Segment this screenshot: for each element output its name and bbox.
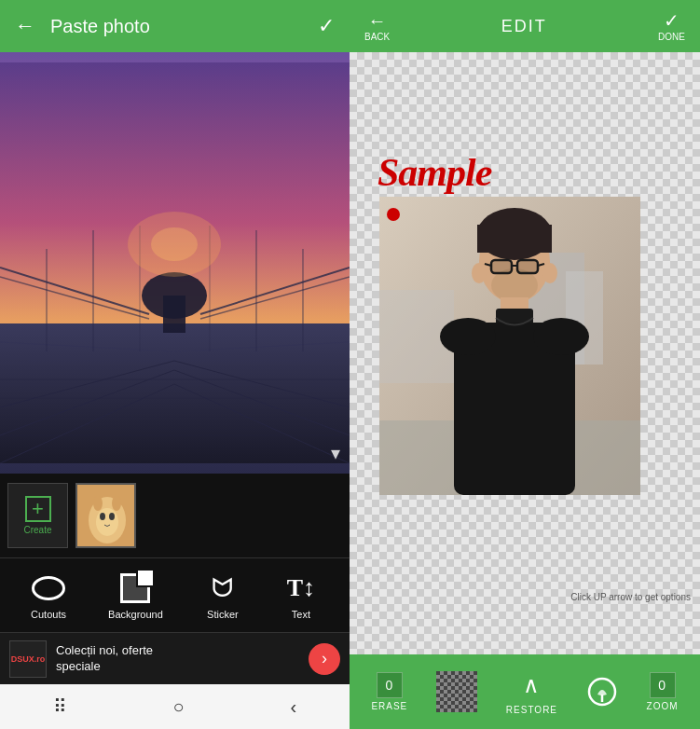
sample-text[interactable]: Sample (377, 150, 491, 195)
edit-toolbar: 0 ERASE ∧ RESTORE 0 ZOOM (350, 654, 700, 729)
main-photo-area[interactable]: ▾ (0, 52, 350, 474)
canvas-thumbnail[interactable] (436, 671, 477, 712)
background-label: Background (108, 609, 163, 620)
restore-icon-wrapper: ∧ (515, 668, 548, 702)
zoom-counter: 0 (650, 672, 676, 698)
ad-arrow-button[interactable]: › (309, 643, 340, 675)
back-icon[interactable]: ← (15, 14, 35, 38)
hint-text: Click UP arrow to get options (570, 591, 691, 603)
svg-point-33 (112, 496, 121, 511)
ad-text-line2: speciale (56, 659, 101, 673)
svg-rect-44 (477, 225, 552, 253)
svg-rect-3 (163, 296, 185, 333)
svg-point-36 (109, 513, 115, 520)
svg-point-59 (542, 263, 557, 283)
scroll-down-icon[interactable]: ▾ (331, 442, 340, 464)
brush-icon (586, 676, 618, 708)
restore-label: RESTORE (506, 705, 557, 715)
done-label: DONE (658, 32, 685, 42)
chevron-up-icon: ∧ (523, 674, 541, 696)
home-nav-button[interactable]: ○ (158, 689, 199, 725)
restore-tool[interactable]: ∧ RESTORE (506, 668, 557, 715)
left-header-title: Paste photo (50, 16, 318, 37)
text-icon-wrapper: T↕ (282, 571, 320, 605)
back-nav-button[interactable]: ‹ (275, 689, 311, 725)
city-scene-svg (0, 52, 350, 474)
text-handle-dot[interactable] (387, 208, 400, 221)
sticker-icon-wrapper: ᗢ (204, 571, 241, 605)
back-arrow-icon: ← (368, 11, 387, 30)
edit-title: EDIT (501, 17, 547, 36)
create-thumbnail[interactable]: + Create (7, 483, 68, 548)
left-header: ← Paste photo ✓ (0, 0, 350, 52)
edit-canvas[interactable]: Sample (350, 52, 700, 654)
done-check-icon: ✓ (664, 11, 679, 30)
confirm-icon[interactable]: ✓ (318, 14, 335, 38)
cutouts-tool[interactable]: Cutouts (30, 571, 67, 620)
cat-thumbnail[interactable] (75, 483, 136, 548)
svg-rect-52 (518, 261, 537, 272)
erase-counter: 0 (377, 672, 403, 698)
sticker-label: Sticker (207, 609, 239, 620)
svg-point-58 (472, 263, 487, 283)
thumbnails-strip: + Create (0, 474, 350, 557)
back-button[interactable]: ← BACK (364, 11, 390, 42)
svg-point-34 (96, 508, 118, 536)
background-tool[interactable]: Background (108, 571, 163, 620)
cutouts-icon-wrapper (30, 571, 67, 605)
tools-bar: Cutouts Background ᗢ Sticker T↕ Text (0, 557, 350, 632)
ad-banner: DSUX.ro Colecții noi, oferte speciale › (0, 632, 350, 684)
cutouts-label: Cutouts (31, 609, 66, 620)
svg-point-29 (151, 227, 198, 261)
right-header: ← BACK EDIT ✓ DONE (350, 0, 700, 52)
create-label: Create (23, 525, 51, 535)
person-svg (379, 197, 640, 495)
sticker-icon: ᗢ (212, 575, 233, 601)
svg-point-56 (440, 318, 496, 355)
left-panel: ← Paste photo ✓ (0, 0, 350, 729)
menu-nav-button[interactable]: ⠿ (38, 688, 82, 725)
bottom-navigation: ⠿ ○ ‹ (0, 684, 350, 729)
erase-tool[interactable]: 0 ERASE (371, 672, 407, 711)
cat-image (77, 485, 134, 546)
ad-text-line1: Colecții noi, oferte (56, 643, 153, 657)
text-icon: T↕ (287, 574, 315, 602)
plus-icon: + (25, 496, 51, 522)
done-button[interactable]: ✓ DONE (658, 11, 685, 42)
brush-tool[interactable] (586, 676, 618, 708)
person-photo[interactable] (379, 197, 640, 495)
svg-point-32 (93, 496, 103, 511)
back-label: BACK (364, 32, 390, 42)
cutouts-icon (32, 576, 65, 600)
zoom-tool[interactable]: 0 ZOOM (647, 672, 679, 711)
sticker-tool[interactable]: ᗢ Sticker (204, 571, 241, 620)
background-icon (120, 573, 150, 603)
text-tool[interactable]: T↕ Text (282, 571, 320, 620)
svg-point-57 (533, 318, 589, 355)
ad-logo: DSUX.ro (9, 640, 47, 678)
ad-text: Colecții noi, oferte speciale (56, 643, 299, 675)
right-panel: ← BACK EDIT ✓ DONE Sample (350, 0, 700, 729)
zoom-label: ZOOM (647, 701, 679, 711)
svg-rect-51 (492, 261, 511, 272)
erase-label: ERASE (371, 701, 407, 711)
background-icon-wrapper (117, 571, 154, 605)
text-label: Text (292, 609, 310, 620)
svg-point-35 (100, 513, 105, 520)
